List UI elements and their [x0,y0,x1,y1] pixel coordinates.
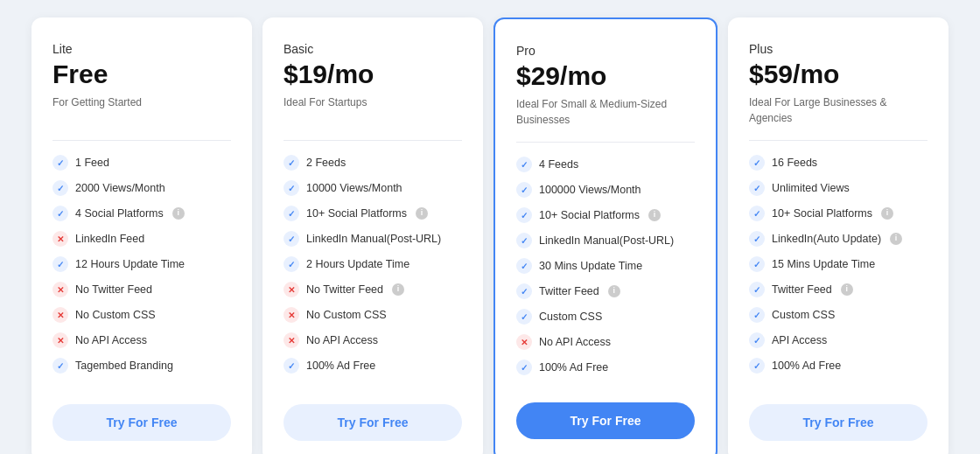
feature-icon-check: ✓ [749,180,765,196]
pricing-wrapper: Lite Free For Getting Started ✓ 1 Feed [26,17,954,454]
feature-icon-cross: ✕ [52,282,68,297]
feature-item: ✓ Twitter Feed i [749,282,928,297]
feature-icon-check: ✓ [284,358,299,374]
feature-item: ✓ 10+ Social Platforms i [284,206,462,221]
cta-button-basic[interactable]: Try For Free [284,404,462,441]
divider-basic [284,140,462,141]
feature-text: No API Access [306,333,378,347]
feature-icon-cross: ✕ [52,332,68,348]
feature-item: ✓ LinkedIn Manual(Post-URL) [284,231,462,247]
feature-icon-check: ✓ [749,282,765,297]
feature-item: ✓ 100% Ad Free [749,358,928,374]
feature-text: 100% Ad Free [772,359,841,373]
feature-icon-check: ✓ [749,206,765,221]
plan-card-basic: Basic $19/mo Ideal For Startups ✓ 2 Feed… [262,17,483,454]
feature-item: ✓ Custom CSS [516,309,695,325]
feature-text: 15 Mins Update Time [772,257,875,271]
feature-item: ✓ LinkedIn(Auto Update) i [749,231,928,247]
feature-item: ✓ 10000 Views/Month [284,180,462,196]
feature-text: 2 Hours Update Time [306,257,410,271]
feature-text: 4 Feeds [539,157,578,171]
cta-button-lite[interactable]: Try For Free [52,404,231,441]
feature-text: 10000 Views/Month [306,181,402,195]
feature-text: Twitter Feed [772,283,832,297]
info-icon: i [392,283,404,296]
feature-icon-check: ✓ [284,256,299,272]
feature-text: Custom CSS [772,308,835,322]
info-icon: i [648,209,661,221]
plan-card-lite: Lite Free For Getting Started ✓ 1 Feed [32,17,252,454]
feature-icon-check: ✓ [284,206,299,221]
feature-icon-check: ✓ [516,360,532,375]
feature-text: No Custom CSS [306,308,387,322]
feature-text: API Access [772,333,827,347]
feature-item: ✕ No Twitter Feed i [284,282,462,297]
feature-text: 10+ Social Platforms [306,206,407,220]
feature-text: Custom CSS [539,310,602,324]
feature-item: ✕ No Twitter Feed [52,282,231,297]
cta-button-plus[interactable]: Try For Free [749,404,928,441]
feature-item: ✓ LinkedIn Manual(Post-URL) [516,233,695,248]
feature-item: ✕ No API Access [516,334,695,350]
plan-card-pro: Pro $29/mo Ideal For Small & Medium-Size… [494,17,718,454]
feature-text: 100% Ad Free [539,360,608,374]
feature-item: ✕ No Custom CSS [284,307,462,323]
feature-icon-check: ✓ [749,332,765,348]
feature-item: ✓ 2 Feeds [284,155,462,171]
feature-text: 2000 Views/Month [75,181,165,195]
feature-item: ✓ 2 Hours Update Time [284,256,462,272]
feature-icon-cross: ✕ [284,332,299,348]
feature-icon-check: ✓ [52,206,68,221]
feature-text: No Custom CSS [75,308,156,322]
plan-name-lite: Lite [52,42,231,56]
feature-icon-cross: ✕ [52,231,68,247]
feature-text: 16 Feeds [772,156,817,170]
feature-item: ✕ No Custom CSS [52,307,231,323]
feature-text: 4 Social Platforms [75,206,164,220]
feature-icon-check: ✓ [52,180,68,196]
feature-text: No Twitter Feed [306,283,383,297]
feature-icon-cross: ✕ [284,282,299,297]
feature-item: ✕ No API Access [52,332,231,348]
feature-item: ✓ 4 Feeds [516,157,695,172]
feature-icon-cross: ✕ [516,334,532,350]
cta-button-pro[interactable]: Try For Free [516,402,695,439]
plan-price-lite: Free [52,59,231,89]
plan-name-pro: Pro [516,44,695,58]
feature-item: ✓ 4 Social Platforms i [52,206,231,221]
feature-icon-check: ✓ [516,233,532,248]
feature-item: ✓ Unlimited Views [749,180,928,196]
feature-item: ✓ 100000 Views/Month [516,182,695,198]
feature-item: ✓ Tagembed Branding [52,358,231,374]
features-list-pro: ✓ 4 Feeds ✓ 100000 Views/Month [516,157,695,385]
features-list-plus: ✓ 16 Feeds ✓ Unlimited Views [749,155,928,387]
feature-item: ✕ No API Access [284,332,462,348]
feature-icon-check: ✓ [516,157,532,172]
feature-text: No API Access [75,333,147,347]
feature-icon-check: ✓ [52,256,68,272]
plan-desc-plus: Ideal For Large Businesses & Agencies [749,94,928,126]
feature-text: 1 Feed [75,156,109,170]
feature-item: ✓ 15 Mins Update Time [749,256,928,272]
feature-text: LinkedIn Feed [75,232,144,246]
plan-price-plus: $59/mo [749,59,928,89]
feature-text: 100% Ad Free [306,359,375,373]
plan-price-basic: $19/mo [284,59,462,89]
divider-lite [52,140,231,141]
feature-item: ✓ 16 Feeds [749,155,928,171]
feature-text: 12 Hours Update Time [75,257,185,271]
info-icon: i [172,207,185,220]
info-icon: i [608,285,620,297]
feature-item: ✓ Custom CSS [749,307,928,323]
info-icon: i [890,233,902,245]
feature-text: 10+ Social Platforms [772,206,872,220]
feature-item: ✓ Twitter Feed i [516,283,695,299]
divider-plus [749,140,928,141]
feature-text: 30 Mins Update Time [539,259,642,273]
feature-item: ✓ 1 Feed [52,155,231,171]
plan-price-pro: $29/mo [516,61,695,91]
feature-icon-check: ✓ [516,283,532,299]
feature-icon-check: ✓ [749,256,765,272]
feature-item: ✕ LinkedIn Feed [52,231,231,247]
info-icon: i [881,207,893,220]
